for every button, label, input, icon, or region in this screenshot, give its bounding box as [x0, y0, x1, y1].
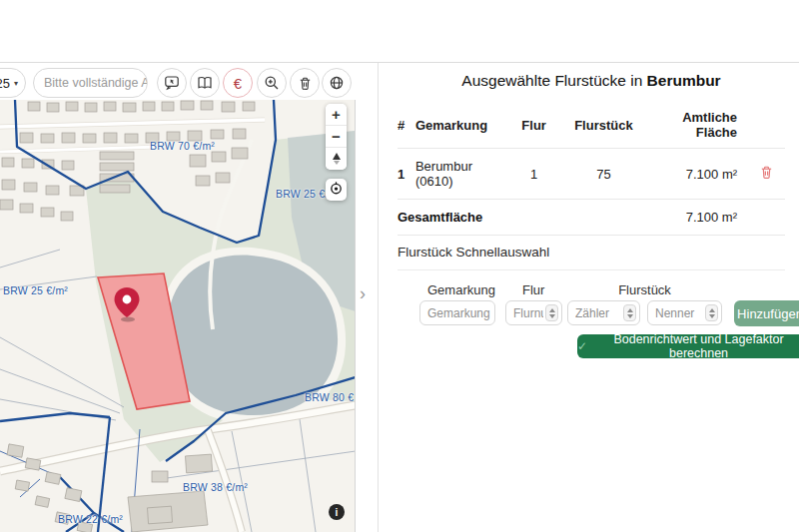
number-stepper-icon[interactable]	[545, 304, 558, 321]
total-label: Gesamtfläche	[398, 210, 482, 225]
header-num: #	[398, 104, 415, 149]
zoom-search-button[interactable]	[257, 68, 287, 98]
brw-label: BRW 38 €/m²	[183, 481, 248, 493]
map-zoom-controls: + −	[326, 104, 347, 170]
row-flurstueck: 75	[558, 149, 650, 200]
header-flaeche: Amtliche Fläche	[649, 104, 749, 149]
page-header	[0, 0, 799, 63]
map-column: 25 ▾	[0, 63, 356, 532]
magnifier-plus-icon	[264, 75, 280, 91]
map-tip-icon	[164, 75, 180, 91]
label-gemarkung: Gemarkung	[427, 282, 495, 297]
bodenrichtwert-euro-button[interactable]: €	[223, 68, 253, 98]
trash-red-icon	[759, 168, 774, 183]
nenner-field	[647, 300, 722, 325]
calculate-button-label: Bodenrichtwert und Lagefaktor berechnen	[593, 332, 799, 360]
marker-tooltip-tool-button[interactable]	[157, 68, 187, 98]
quick-select-section-label: Flurstück Schnellauswahl	[398, 236, 785, 270]
chevron-down-icon: ▾	[14, 79, 18, 88]
panel-collapse-handle[interactable]: ›	[360, 284, 366, 302]
compass-reset-button[interactable]	[326, 148, 347, 170]
total-row: Gesamtfläche 7.100 m²	[398, 200, 785, 236]
delete-row-button[interactable]	[749, 165, 774, 183]
locate-target-icon	[329, 181, 344, 200]
row-num: 1	[398, 149, 415, 200]
map-attribution-info-button[interactable]: i	[329, 504, 345, 520]
info-icon: i	[336, 507, 339, 518]
trash-icon	[298, 76, 313, 91]
zaehler-field	[567, 300, 640, 325]
zoom-out-button[interactable]: −	[326, 126, 347, 148]
row-flur: 1	[510, 149, 558, 200]
plus-icon: +	[332, 106, 341, 123]
total-value: 7.100 m²	[686, 210, 737, 225]
flur-input[interactable]	[506, 306, 545, 320]
panel-gutter: ›	[357, 63, 378, 532]
gemarkung-field	[419, 300, 495, 325]
geolocate-button[interactable]	[326, 179, 347, 201]
address-search-field[interactable]	[33, 68, 148, 98]
table-header-row: # Gemarkung Flur Flurstück Amtliche Fläc…	[398, 104, 785, 149]
zoom-in-button[interactable]: +	[326, 104, 347, 126]
language-globe-button[interactable]	[322, 68, 352, 98]
map-toolbar: 25 ▾	[0, 68, 356, 98]
brw-label: BRW 25 €/m²	[3, 284, 68, 296]
zaehler-input[interactable]	[568, 306, 623, 320]
panel-title: Ausgewählte Flurstücke in Berumbur	[398, 72, 785, 90]
header-flurstueck: Flurstück	[558, 104, 650, 149]
legend-book-button[interactable]	[190, 68, 220, 98]
minus-icon: −	[332, 128, 341, 145]
open-book-icon	[197, 75, 213, 91]
zoom-level-value: 25	[0, 76, 10, 91]
row-gemarkung: Berumbur (0610)	[415, 149, 510, 200]
brw-label: BRW 80 €	[305, 391, 354, 403]
flurstueck-panel: Ausgewählte Flurstücke in Berumbur # Gem…	[378, 63, 799, 532]
pin-shadow	[121, 317, 135, 322]
brw-label: BRW 22 €/m²	[58, 513, 123, 525]
app-screen: 25 ▾	[0, 0, 799, 532]
header-gemarkung: Gemarkung	[415, 104, 510, 149]
map-tiles	[0, 100, 356, 532]
panel-title-city: Berumbur	[647, 72, 721, 89]
euro-icon: €	[234, 75, 242, 92]
clear-selection-button[interactable]	[290, 68, 320, 98]
zoom-level-select[interactable]: 25 ▾	[0, 68, 26, 98]
panel-title-prefix: Ausgewählte Flurstücke in	[461, 72, 642, 89]
quick-select-form: Gemarkung Flur Flurstück Hinzufügen ✓	[398, 282, 785, 382]
address-search-input[interactable]	[44, 76, 148, 90]
number-stepper-icon[interactable]	[623, 304, 636, 321]
map-canvas[interactable]: BRW 70 €/m²BRW 25 €/m²BRW 25 €/m²BRW 80 …	[0, 100, 356, 532]
add-flurstueck-button[interactable]: Hinzufügen	[734, 300, 799, 326]
nenner-input[interactable]	[648, 306, 705, 320]
globe-icon	[329, 75, 345, 91]
number-stepper-icon[interactable]	[705, 304, 718, 321]
label-flur: Flur	[522, 282, 544, 297]
header-flur: Flur	[510, 104, 558, 149]
flur-field	[505, 300, 562, 325]
brw-label: BRW 70 €/m²	[150, 140, 215, 152]
calculate-bodenrichtwert-button[interactable]: ✓ Bodenrichtwert und Lagefaktor berechne…	[577, 334, 799, 358]
row-flaeche: 7.100 m²	[649, 149, 749, 200]
compass-needle-icon	[333, 153, 341, 165]
gemarkung-input[interactable]	[420, 306, 494, 320]
flurstueck-table: # Gemarkung Flur Flurstück Amtliche Fläc…	[398, 104, 785, 200]
table-row: 1 Berumbur (0610) 1 75 7.100 m²	[398, 149, 785, 200]
label-flurstueck: Flurstück	[567, 282, 722, 297]
check-icon: ✓	[577, 339, 587, 353]
